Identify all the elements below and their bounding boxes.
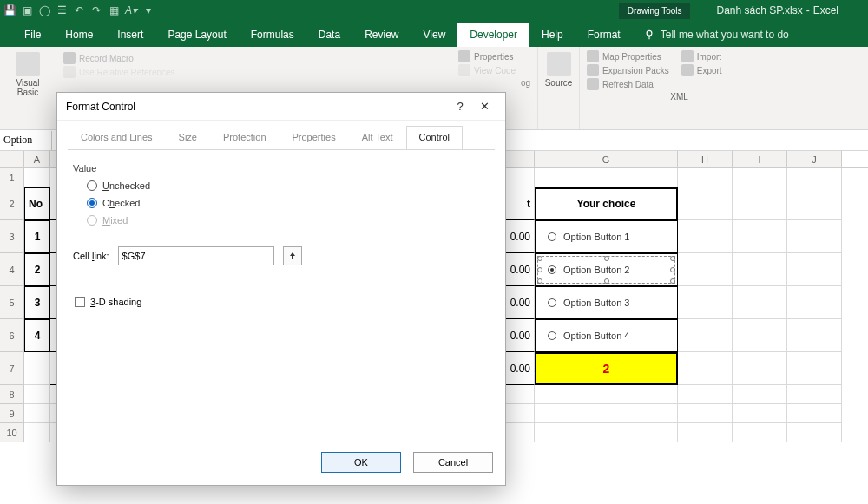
option-button-2[interactable]: Option Button 2 [535,253,678,286]
cell-H4[interactable] [678,253,733,286]
cell-J10[interactable] [787,423,842,442]
cell-H3[interactable] [678,220,733,253]
cell-A4[interactable]: 2 [24,253,50,286]
view-code-button[interactable]: View Code [458,64,530,76]
refresh-data-button[interactable]: Refresh Data [587,78,669,90]
cell-G8[interactable] [535,385,678,404]
col-header-J[interactable]: J [787,151,842,167]
dialog-titlebar[interactable]: Format Control ? ✕ [57,93,505,121]
col-header-H[interactable]: H [678,151,733,167]
dialog-tab-protection[interactable]: Protection [210,126,279,149]
cell-J2[interactable] [787,187,842,220]
cell-I7[interactable] [733,352,787,385]
cancel-button[interactable]: Cancel [413,452,493,473]
cell-A9[interactable] [24,404,50,423]
row-header-10[interactable]: 10 [0,423,24,442]
tab-help[interactable]: Help [529,23,575,47]
cell-A1[interactable] [24,168,50,187]
option-button-3[interactable]: Option Button 3 [535,286,678,319]
row-header-6[interactable]: 6 [0,319,24,352]
dialog-tab-control[interactable]: Control [406,126,463,149]
save-icon[interactable]: 💾 [3,4,16,16]
qat-more-icon[interactable]: ▾ [142,4,155,16]
visual-basic-button[interactable]: Visual Basic [14,50,42,99]
tab-home[interactable]: Home [53,23,105,47]
cell-H1[interactable] [678,168,733,187]
cell-J4[interactable] [787,253,842,286]
record-macro-label[interactable]: Record Macro [79,54,134,63]
row-header-3[interactable]: 3 [0,220,24,253]
row-header-5[interactable]: 5 [0,286,24,319]
qat-7-icon[interactable]: ▦ [108,4,120,16]
row-header-8[interactable]: 8 [0,385,24,404]
cell-G7-result[interactable]: 2 [535,352,678,385]
cell-A5[interactable]: 3 [24,286,50,319]
qat-2-icon[interactable]: ▣ [21,4,33,16]
cell-A10[interactable] [24,423,50,442]
cell-J1[interactable] [787,168,842,187]
tab-view[interactable]: View [411,23,458,47]
use-relative-label[interactable]: Use Relative References [79,68,175,77]
cell-G2[interactable]: Your choice [535,187,678,220]
tab-data[interactable]: Data [306,23,352,47]
cell-J5[interactable] [787,286,842,319]
font-dropdown-icon[interactable]: A▾ [125,4,137,16]
value-unchecked-radio[interactable]: Unchecked [73,177,490,194]
row-header-2[interactable]: 2 [0,187,24,220]
cell-H7[interactable] [678,352,733,385]
dialog-close-button[interactable]: ✕ [472,100,496,113]
option-button-4[interactable]: Option Button 4 [535,319,678,352]
qat-3-icon[interactable]: ◯ [38,4,50,16]
cell-I1[interactable] [733,168,787,187]
cell-I9[interactable] [733,404,787,423]
properties-button[interactable]: Properties [458,50,530,62]
tab-file[interactable]: File [12,23,53,47]
value-checked-radio[interactable]: Checked [73,194,490,212]
tab-page-layout[interactable]: Page Layout [155,23,238,47]
cell-H6[interactable] [678,319,733,352]
cell-G1[interactable] [535,168,678,187]
dialog-help-button[interactable]: ? [448,100,472,113]
cell-I6[interactable] [733,319,787,352]
row-header-4[interactable]: 4 [0,253,24,286]
3d-shading-checkbox[interactable]: 3-D shading [73,297,490,307]
redo-icon[interactable]: ↷ [90,4,102,16]
cell-J9[interactable] [787,404,842,423]
tab-format[interactable]: Format [575,23,633,47]
expansion-packs-button[interactable]: Expansion Packs [587,64,669,76]
cell-I2[interactable] [733,187,787,220]
option-button-1[interactable]: Option Button 1 [535,220,678,253]
row-header-7[interactable]: 7 [0,352,24,385]
cell-A2[interactable]: No [24,187,50,220]
cell-G10[interactable] [535,423,678,442]
dialog-tab-colors[interactable]: Colors and Lines [68,126,166,149]
row-header-1[interactable]: 1 [0,168,24,187]
select-all-corner[interactable] [0,151,24,167]
dialog-tab-properties[interactable]: Properties [279,126,349,149]
cell-I4[interactable] [733,253,787,286]
cell-J8[interactable] [787,385,842,404]
cell-H2[interactable] [678,187,733,220]
name-box[interactable]: Option [0,131,52,150]
cell-link-ref-button[interactable] [283,246,302,265]
cell-J3[interactable] [787,220,842,253]
cell-J6[interactable] [787,319,842,352]
cell-I8[interactable] [733,385,787,404]
col-header-G[interactable]: G [535,151,678,167]
export-button[interactable]: Export [681,64,722,76]
cell-A3[interactable]: 1 [24,220,50,253]
cell-A7[interactable] [24,352,50,385]
undo-icon[interactable]: ↶ [73,4,85,16]
tell-me[interactable]: Tell me what you want to do [633,23,799,47]
ok-button[interactable]: OK [321,452,401,473]
cell-I3[interactable] [733,220,787,253]
tab-insert[interactable]: Insert [105,23,155,47]
import-button[interactable]: Import [681,50,722,62]
cell-A8[interactable] [24,385,50,404]
dialog-tab-size[interactable]: Size [166,126,210,149]
cell-H5[interactable] [678,286,733,319]
cell-I5[interactable] [733,286,787,319]
tab-review[interactable]: Review [352,23,411,47]
col-header-A[interactable]: A [24,151,50,167]
cell-J7[interactable] [787,352,842,385]
